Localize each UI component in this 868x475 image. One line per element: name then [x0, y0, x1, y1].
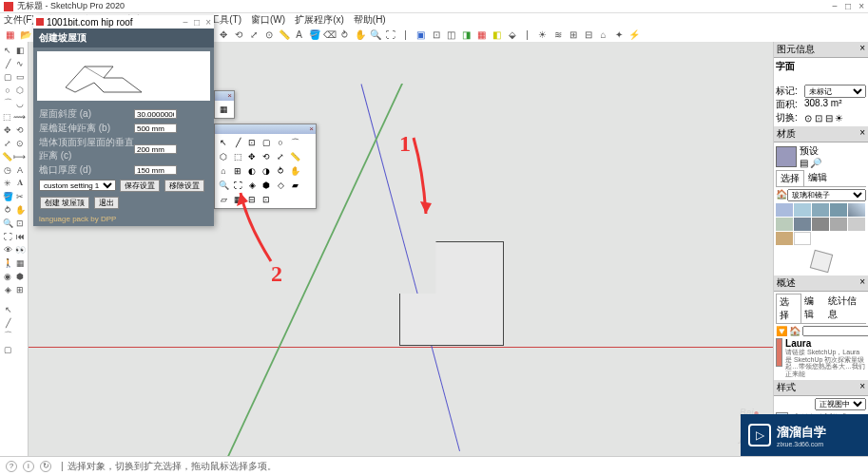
exit-btn[interactable]: 退出 — [94, 197, 119, 209]
lt-move[interactable]: ✥ — [2, 124, 13, 136]
lt-circle[interactable]: ○ — [2, 84, 13, 96]
icon-tape[interactable]: 📏 — [278, 28, 290, 41]
lt-orbit[interactable]: ⥁ — [2, 203, 13, 216]
sw3[interactable] — [812, 203, 829, 217]
icon-iso[interactable]: ▣ — [415, 28, 427, 41]
menu-window[interactable]: 窗口(W) — [251, 13, 285, 27]
lt-arc2[interactable]: ◡ — [14, 97, 26, 109]
lt-look[interactable]: 👀 — [14, 243, 26, 256]
create-btn[interactable]: 创建 坡屋顶 — [40, 197, 89, 209]
icon-fog[interactable]: ≋ — [551, 28, 564, 41]
sw5[interactable] — [848, 203, 865, 217]
lt-free[interactable]: ∿ — [14, 57, 26, 69]
icon-back[interactable]: ▦ — [475, 28, 488, 41]
fp2-28[interactable]: ⊡ — [260, 193, 273, 206]
mat-category[interactable]: 玻璃和镜子 — [787, 189, 866, 201]
lt-arrow[interactable]: ↖ — [2, 303, 14, 315]
close-button[interactable]: × — [858, 1, 864, 11]
fp2-20[interactable]: ⛶ — [231, 179, 244, 192]
icon-move[interactable]: ✥ — [217, 28, 229, 41]
mat-btn1[interactable]: ▤ — [800, 158, 808, 168]
icon-xray[interactable]: ⊞ — [567, 28, 579, 41]
lt-ext2[interactable]: ⬢ — [14, 270, 26, 282]
lt-prot[interactable]: ◷ — [2, 163, 13, 176]
fp2-13[interactable]: ⌂ — [217, 164, 230, 178]
model-3d[interactable] — [399, 241, 504, 346]
lt-follow[interactable]: ⟿ — [13, 110, 26, 123]
fp2-12[interactable]: 📏 — [288, 150, 301, 163]
tab-select[interactable]: 选择 — [776, 170, 804, 186]
icon-offset[interactable]: ⊙ — [262, 28, 275, 41]
preset-select[interactable]: custom setting 1 — [39, 180, 116, 191]
fp2-4[interactable]: ▢ — [260, 136, 273, 149]
lt-arc3[interactable]: ⌒ — [2, 330, 14, 342]
icon-rotate[interactable]: ⟲ — [232, 28, 244, 41]
fld-eave-input[interactable] — [134, 124, 177, 133]
fld-wall-input[interactable] — [134, 144, 177, 154]
icon-ext1[interactable]: ✦ — [612, 28, 625, 41]
fp2-19[interactable]: 🔍 — [217, 179, 230, 192]
menu-file[interactable]: 文件(F) — [4, 13, 35, 27]
rp-close-2[interactable]: × — [859, 127, 865, 141]
sw4[interactable] — [830, 203, 847, 217]
fp2-5[interactable]: ○ — [274, 136, 287, 149]
lt-section[interactable]: ✂ — [14, 190, 26, 202]
fp2-26[interactable]: ▦ — [231, 193, 244, 206]
icon-new[interactable]: ▦ — [4, 28, 16, 41]
lt-line2[interactable]: ╱ — [2, 316, 14, 329]
minimize-button[interactable]: − — [832, 1, 838, 11]
sw2[interactable] — [794, 203, 811, 217]
fp2-24[interactable]: ▰ — [288, 179, 301, 192]
fp2-17[interactable]: ⥁ — [274, 164, 287, 178]
icon-pan[interactable]: ✋ — [354, 28, 366, 41]
icon-zoom[interactable]: 🔍 — [369, 28, 381, 41]
sw12[interactable] — [794, 232, 811, 245]
fp1-icon[interactable]: ▦ — [217, 103, 230, 116]
lt-walk[interactable]: 🚶 — [2, 256, 13, 269]
icon-top[interactable]: ⊡ — [430, 28, 442, 41]
component-icon[interactable] — [774, 247, 868, 276]
ov-tab1[interactable]: 选择 — [776, 294, 801, 323]
tab-edit[interactable]: 编辑 — [804, 170, 831, 186]
fp2-14[interactable]: ⊞ — [231, 164, 244, 178]
status-icon3[interactable]: ↻ — [40, 461, 51, 472]
dlg-min[interactable]: − — [183, 17, 188, 28]
lt-ext3[interactable]: ◈ — [2, 283, 13, 295]
sw11[interactable] — [776, 232, 793, 245]
fp2-27[interactable]: ⊟ — [245, 193, 259, 206]
fld-angle-input[interactable] — [134, 109, 177, 119]
save-settings-btn[interactable]: 保存设置 — [120, 180, 160, 192]
lt-rect[interactable]: ▢ — [2, 70, 13, 83]
lt-poly[interactable]: ⬡ — [14, 84, 26, 96]
icon-right[interactable]: ◨ — [460, 28, 473, 41]
rp-close-4[interactable]: × — [859, 381, 865, 394]
lt-push[interactable]: ⬚ — [2, 110, 12, 123]
fp2-25[interactable]: ▱ — [217, 193, 230, 206]
icon-open[interactable]: 📂 — [19, 28, 31, 41]
fp2-6[interactable]: ⌒ — [288, 136, 301, 149]
fp2-22[interactable]: ⬢ — [260, 179, 273, 192]
fp2-15[interactable]: ◐ — [245, 164, 259, 178]
lt-zoome[interactable]: ⛶ — [2, 230, 13, 242]
lt-ext1[interactable]: ◉ — [2, 270, 13, 282]
style-dd[interactable]: 正视图中 — [815, 398, 866, 410]
fp2-7[interactable]: ⬡ — [217, 150, 230, 163]
fp2-9[interactable]: ✥ — [245, 150, 259, 163]
icon-paint[interactable]: 🪣 — [308, 28, 320, 41]
fp2-23[interactable]: ◇ — [274, 179, 287, 192]
icon-left[interactable]: ◧ — [491, 28, 503, 41]
sw6[interactable] — [776, 218, 793, 231]
lt-arc[interactable]: ⌒ — [2, 97, 13, 109]
icon-orbit[interactable]: ⥁ — [338, 28, 351, 41]
lt-line[interactable]: ╱ — [2, 57, 13, 69]
ov-btn1[interactable]: 🔽 — [776, 326, 787, 336]
icon-shadow[interactable]: ☀ — [536, 28, 549, 41]
sw7[interactable] — [794, 218, 811, 231]
sw8[interactable] — [812, 218, 829, 231]
del-settings-btn[interactable]: 移除设置 — [164, 180, 204, 192]
rp-close-3[interactable]: × — [859, 276, 865, 290]
icon-zoomext[interactable]: ⛶ — [384, 28, 396, 41]
maximize-button[interactable]: □ — [845, 1, 851, 11]
lt-pan[interactable]: ✋ — [14, 203, 26, 216]
icon-front[interactable]: ◫ — [445, 28, 457, 41]
